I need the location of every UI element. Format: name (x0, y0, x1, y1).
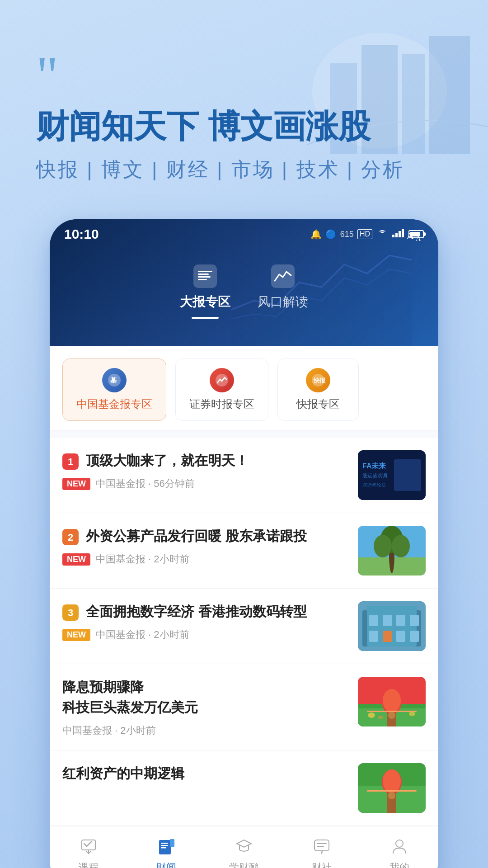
svg-rect-68 (314, 840, 329, 851)
news-meta-2: NEW 中国基金报 · 2小时前 (62, 552, 349, 566)
svg-rect-67 (161, 847, 166, 849)
nav-wode[interactable]: 我的 (372, 835, 427, 868)
news-item-4-content: 降息预期骤降科技巨头蒸发万亿美元 中国基金报 · 2小时前 (62, 677, 349, 737)
wifi-icon (376, 228, 389, 240)
category-tabs: 基 中国基金报专区 证券时报专区 (50, 346, 438, 430)
tab-fengkou[interactable]: 风口解读 (258, 264, 308, 319)
news-item-3[interactable]: 3 全面拥抱数字经济 香港推动数码转型 NEW 中国基金报 · 2小时前 (50, 589, 438, 664)
news-source-2: 中国基金报 · 2小时前 (96, 552, 189, 566)
nav-caishe[interactable]: 财社 (295, 835, 349, 868)
news-item-1[interactable]: 1 顶级大咖来了，就在明天！ NEW 中国基金报 · 56分钟前 (50, 438, 438, 513)
nav-xuecaie[interactable]: 学财鸸 (217, 835, 271, 868)
hd-badge: HD (357, 229, 372, 239)
caijian-label: 财闻 (156, 861, 176, 868)
svg-point-71 (396, 840, 403, 847)
header-title: 财闻知天下 博文画涨股 (36, 107, 452, 146)
news-image-1: FA未来 股运盛洪调 2025年论坛 (358, 450, 426, 500)
news-item-5-content: 红利资产的中期逻辑 (62, 763, 349, 790)
header-subtitle: 快报 | 博文 | 财经 | 市场 | 技术 | 分析 (36, 156, 452, 183)
svg-point-51 (368, 712, 375, 718)
svg-rect-15 (198, 279, 207, 280)
new-badge-2: NEW (62, 553, 90, 566)
news-image-2 (358, 526, 426, 576)
font-size-area[interactable]: A A (406, 226, 424, 246)
svg-rect-14 (198, 276, 211, 278)
dabao-icon (192, 264, 218, 289)
news-item-5[interactable]: 红利资产的中期逻辑 (50, 750, 438, 826)
zhengquan-label: 证券时报专区 (189, 397, 254, 411)
kuaibao-icon: 快报 (306, 368, 330, 392)
news-item-3-content: 3 全面拥抱数字经济 香港推动数码转型 NEW 中国基金报 · 2小时前 (62, 601, 349, 642)
svg-rect-38 (410, 615, 419, 626)
wode-icon (389, 835, 410, 857)
jijin-label: 中国基金报专区 (76, 397, 152, 411)
svg-rect-6 (395, 233, 398, 237)
new-badge-1: NEW (62, 478, 90, 490)
status-bar: 10:10 🔔 🔵 615 HD (50, 219, 438, 245)
phone-container: 10:10 🔔 🔵 615 HD (50, 219, 438, 868)
news-image-5 (358, 763, 426, 813)
svg-point-49 (388, 712, 395, 719)
tab-dabao-label: 大报专区 (180, 293, 230, 311)
svg-text:A: A (416, 235, 421, 242)
svg-point-47 (383, 689, 401, 712)
kecheng-label: 课程 (79, 861, 99, 868)
signal-bars (392, 228, 405, 240)
svg-point-53 (378, 716, 383, 719)
phone-tabs: 大报专区 风口解读 (50, 245, 438, 332)
phone-header: 10:10 🔔 🔵 615 HD (50, 219, 438, 346)
news-item-4[interactable]: 降息预期骤降科技巨头蒸发万亿美元 中国基金报 · 2小时前 (50, 664, 438, 750)
tab-fengkou-label: 风口解读 (258, 293, 308, 311)
svg-rect-25 (394, 459, 421, 491)
category-tab-zhengquan[interactable]: 证券时报专区 (175, 359, 268, 421)
bottom-nav: 课程 财闻 (50, 826, 438, 868)
caishe-label: 财社 (312, 861, 332, 868)
kecheng-icon (78, 835, 99, 857)
news-title-3: 3 全面拥抱数字经济 香港推动数码转型 (62, 601, 349, 622)
svg-rect-36 (383, 615, 392, 626)
jijin-icon: 基 (102, 368, 127, 392)
news-title-5: 红利资产的中期逻辑 (62, 763, 349, 783)
speed-text: 615 (340, 230, 354, 239)
news-image-3 (358, 601, 426, 651)
category-tab-kuaibao[interactable]: 快报 快报专区 (277, 359, 359, 421)
phone-content: 基 中国基金报专区 证券时报专区 (50, 346, 438, 868)
wode-label: 我的 (389, 861, 409, 868)
svg-rect-37 (396, 615, 405, 626)
category-tab-jijin[interactable]: 基 中国基金报专区 (62, 359, 166, 421)
svg-point-52 (409, 712, 415, 716)
kuaibao-label: 快报专区 (296, 397, 340, 411)
news-source-4: 中国基金报 · 2小时前 (62, 724, 156, 737)
svg-rect-12 (198, 271, 212, 272)
tab-dabao[interactable]: 大报专区 (180, 264, 230, 319)
news-item-2-content: 2 外资公募产品发行回暖 股东承诺跟投 NEW 中国基金报 · 2小时前 (62, 526, 349, 566)
phone-wrapper: 10:10 🔔 🔵 615 HD (0, 210, 488, 868)
svg-rect-60 (367, 790, 417, 792)
news-meta-4: 中国基金报 · 2小时前 (62, 724, 349, 737)
svg-rect-8 (402, 229, 404, 237)
news-item-2[interactable]: 2 外资公募产品发行回暖 股东承诺跟投 NEW 中国基金报 · 2小时前 (50, 513, 438, 589)
news-source-1: 中国基金报 · 56分钟前 (96, 477, 195, 491)
svg-text:快报: 快报 (313, 377, 326, 384)
fengkou-icon (270, 264, 296, 289)
svg-point-31 (392, 535, 410, 557)
news-title-1: 1 顶级大咖来了，就在明天！ (62, 450, 349, 471)
news-title-2: 2 外资公募产品发行回暖 股东承诺跟投 (62, 526, 349, 546)
status-time: 10:10 (64, 226, 99, 242)
svg-rect-5 (392, 235, 394, 237)
news-image-4 (358, 677, 426, 726)
news-meta-3: NEW 中国基金报 · 2小时前 (62, 628, 349, 642)
svg-text:2025年论坛: 2025年论坛 (362, 482, 386, 487)
svg-text:FA未来: FA未来 (362, 462, 386, 470)
quote-mark: " (36, 54, 452, 98)
new-badge-3: NEW (62, 629, 90, 641)
svg-rect-39 (369, 631, 378, 642)
svg-rect-66 (161, 845, 168, 846)
svg-rect-41 (396, 631, 405, 642)
svg-text:A: A (407, 230, 414, 241)
nav-kecheng[interactable]: 课程 (61, 835, 116, 868)
news-rank-3: 3 (62, 604, 79, 621)
svg-rect-42 (410, 631, 419, 642)
nav-caijian[interactable]: 财闻 (139, 835, 193, 868)
svg-point-30 (374, 535, 392, 557)
